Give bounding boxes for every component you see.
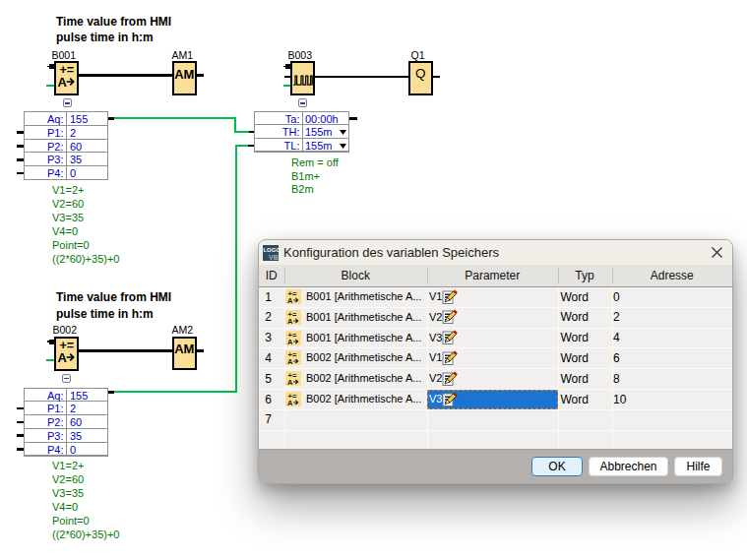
svg-text:LOGO: LOGO bbox=[263, 247, 279, 253]
svg-text:VB: VB bbox=[269, 253, 279, 260]
